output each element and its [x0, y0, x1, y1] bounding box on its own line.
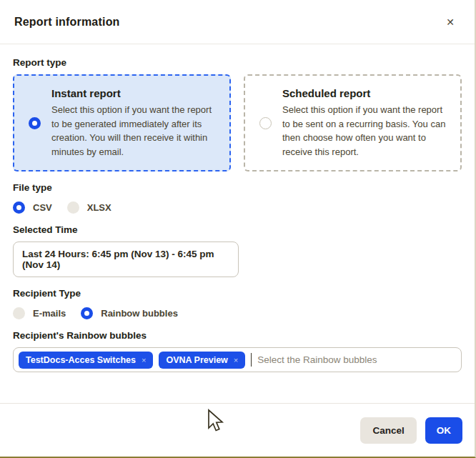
file-type-option-csv[interactable]: CSV [13, 201, 52, 214]
scheduled-report-description: Select this option if you want the repor… [282, 103, 450, 159]
report-type-label: Report type [13, 57, 462, 68]
radio-unselected-icon[interactable] [67, 201, 79, 214]
chip-testdocs-acces-switches: TestDocs-Acces Switches × [19, 352, 153, 369]
emails-label: E-mails [33, 308, 66, 319]
report-type-option-instant[interactable]: Instant report Select this option if you… [13, 74, 231, 171]
dialog-header: Report information ✕ [0, 0, 475, 44]
dialog-content: Report type Instant report Select this o… [0, 44, 475, 372]
selected-time-label: Selected Time [13, 224, 462, 235]
rainbow-bubbles-search-input[interactable] [257, 354, 456, 365]
chip-label: TestDocs-Acces Switches [26, 355, 136, 365]
radio-selected-icon[interactable] [13, 201, 25, 214]
ok-button[interactable]: OK [425, 417, 462, 444]
dialog-title: Report information [14, 16, 120, 29]
close-icon[interactable]: ✕ [440, 14, 460, 30]
dialog-footer: Cancel OK [0, 403, 475, 457]
chip-remove-icon[interactable]: × [234, 356, 238, 364]
radio-unselected-icon[interactable] [259, 117, 272, 129]
csv-label: CSV [33, 202, 52, 213]
recipient-type-options: E-mails Rainbow bubbles [13, 307, 462, 319]
instant-report-description: Select this option if you want the repor… [51, 103, 219, 159]
radio-selected-icon[interactable] [81, 307, 93, 319]
time-range-picker[interactable]: Last 24 Hours: 6:45 pm (Nov 13) - 6:45 p… [13, 242, 239, 277]
recipient-bubbles-label: Recipient's Rainbow bubbles [13, 330, 462, 341]
report-information-dialog: Report information ✕ Report type Instant… [0, 0, 476, 458]
scheduled-report-title: Scheduled report [282, 87, 450, 99]
xlsx-label: XLSX [87, 202, 111, 213]
rainbow-bubbles-multiselect[interactable]: TestDocs-Acces Switches × OVNA Preview × [13, 347, 462, 372]
instant-report-title: Instant report [51, 87, 219, 99]
file-type-options: CSV XLSX [13, 201, 462, 214]
recipient-option-emails[interactable]: E-mails [13, 307, 66, 319]
text-cursor [251, 353, 252, 367]
scheduled-report-text: Scheduled report Select this option if y… [282, 87, 450, 159]
rainbow-bubbles-label: Rainbow bubbles [101, 308, 178, 319]
recipient-option-rainbow-bubbles[interactable]: Rainbow bubbles [81, 307, 178, 319]
recipient-type-label: Recipient Type [13, 288, 462, 299]
chip-ovna-preview: OVNA Preview × [159, 352, 245, 369]
chip-remove-icon[interactable]: × [142, 356, 146, 364]
radio-unselected-icon[interactable] [13, 307, 25, 319]
cancel-button[interactable]: Cancel [360, 417, 416, 444]
report-type-option-scheduled[interactable]: Scheduled report Select this option if y… [244, 74, 462, 171]
instant-report-text: Instant report Select this option if you… [51, 87, 219, 159]
chip-label: OVNA Preview [166, 355, 227, 365]
file-type-option-xlsx[interactable]: XLSX [67, 201, 111, 214]
radio-selected-icon[interactable] [29, 117, 41, 129]
report-type-cards: Instant report Select this option if you… [13, 74, 462, 171]
file-type-label: File type [13, 182, 462, 193]
